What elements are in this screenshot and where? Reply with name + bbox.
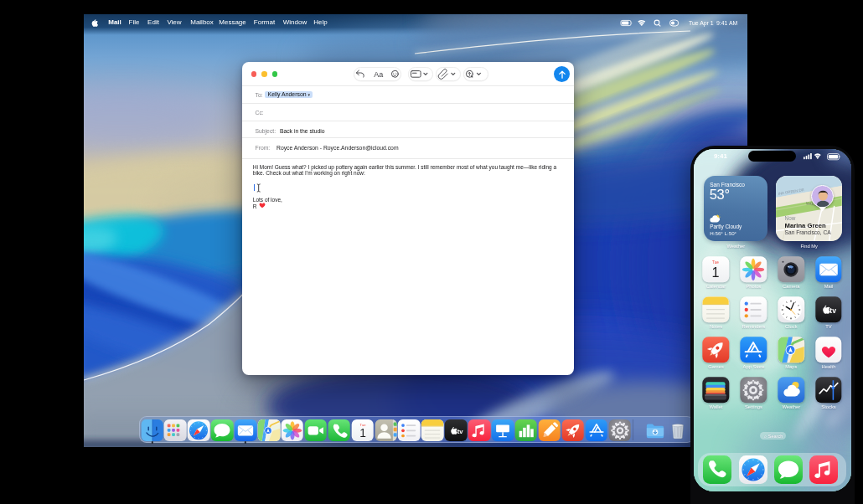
svg-text:tv: tv — [457, 428, 464, 435]
svg-text:Tue Apr 1: Tue Apr 1 — [689, 20, 714, 27]
svg-text:1: 1 — [359, 427, 366, 440]
svg-text:1: 1 — [712, 265, 720, 280]
svg-text:9:41 AM: 9:41 AM — [716, 20, 738, 26]
svg-text:Aa: Aa — [374, 70, 383, 79]
svg-text:tv: tv — [829, 306, 836, 315]
